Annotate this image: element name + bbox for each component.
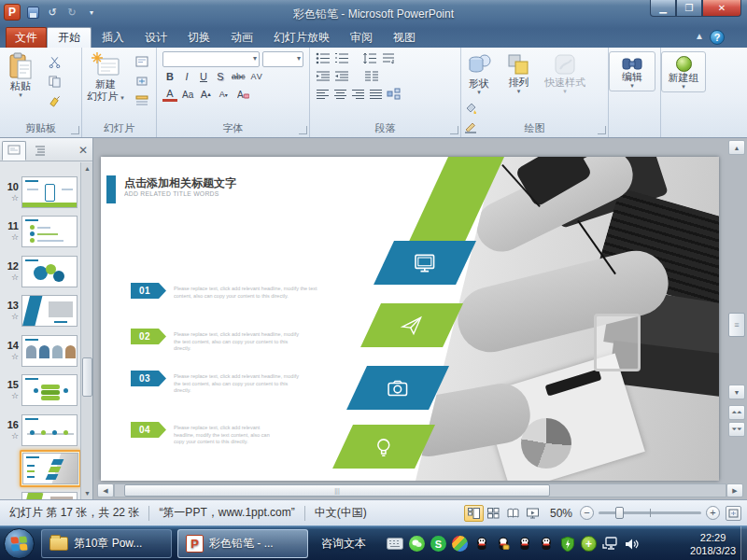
- slideshow-view-button[interactable]: [523, 505, 543, 522]
- zoom-level[interactable]: 50%: [543, 507, 580, 520]
- paste-dropdown-icon[interactable]: ▾: [19, 92, 22, 98]
- text-direction-icon[interactable]: [381, 52, 396, 64]
- new-slide-button[interactable]: 新建 幻灯片 ▾: [82, 49, 129, 103]
- shrink-font-button[interactable]: A▾: [216, 87, 231, 102]
- slide-thumbnail-11[interactable]: 11☆: [0, 214, 80, 249]
- accelerator-ball-icon[interactable]: +: [581, 536, 597, 552]
- tab-view[interactable]: 视图: [383, 27, 426, 48]
- taskbar-powerpoint-window[interactable]: P 彩色铅笔 - ...: [177, 529, 308, 558]
- justify-icon[interactable]: [369, 89, 383, 100]
- grow-font-button[interactable]: A▴: [198, 87, 213, 102]
- network-icon[interactable]: [602, 537, 619, 551]
- horizontal-scrollbar[interactable]: ◀ ▶: [97, 483, 743, 497]
- thumbnail-scrollbar[interactable]: ▲ ▼: [80, 162, 92, 499]
- tab-review[interactable]: 审阅: [340, 27, 383, 48]
- antivirus-shield-icon[interactable]: [559, 536, 575, 552]
- align-center-icon[interactable]: [333, 89, 347, 100]
- section-button[interactable]: [133, 92, 151, 109]
- theme-name[interactable]: “第一PPT，www.1ppt.com”: [149, 505, 303, 521]
- tab-design[interactable]: 设计: [134, 27, 177, 48]
- qq-icon-3[interactable]: [516, 536, 532, 552]
- vertical-scroll-thumb[interactable]: [728, 313, 745, 337]
- item-number-03[interactable]: 03: [131, 371, 166, 386]
- scroll-down-icon[interactable]: ▼: [728, 385, 745, 399]
- paste-button[interactable]: 粘贴 ▾: [0, 49, 41, 98]
- start-button[interactable]: [4, 528, 35, 559]
- numbering-icon[interactable]: [334, 52, 349, 64]
- horizontal-scroll-thumb[interactable]: [124, 484, 550, 497]
- editing-button[interactable]: 编辑 ▾: [609, 51, 655, 91]
- taskbar-toolbar-label[interactable]: 咨询文本: [314, 529, 374, 558]
- volume-icon[interactable]: [625, 538, 639, 551]
- collapse-ribbon-icon[interactable]: ▲: [695, 31, 704, 41]
- help-icon[interactable]: ?: [710, 30, 725, 45]
- minimize-button[interactable]: ▁: [650, 0, 676, 17]
- wechat-icon[interactable]: [409, 536, 425, 552]
- italic-button[interactable]: I: [179, 69, 194, 84]
- previous-slide-button[interactable]: ⏶⏶: [728, 405, 745, 420]
- clipboard-dialog-launcher-icon[interactable]: [71, 126, 79, 134]
- zoom-slider[interactable]: [599, 511, 701, 514]
- font-dialog-launcher-icon[interactable]: [299, 126, 307, 134]
- monitor-shape[interactable]: [374, 241, 476, 285]
- slide-subtitle[interactable]: ADD RELATED TITLE WORDS: [124, 190, 315, 197]
- taskbar-clock[interactable]: 22:29 2018/3/23: [690, 531, 736, 557]
- new-group-button[interactable]: 新建组 ▾: [661, 51, 706, 92]
- line-spacing-icon[interactable]: [362, 52, 377, 64]
- layout-button[interactable]: [133, 53, 151, 70]
- normal-view-button[interactable]: [464, 505, 484, 522]
- camera-shape[interactable]: [346, 366, 449, 410]
- arrange-button[interactable]: 排列 ▾: [500, 49, 536, 94]
- quick-styles-button[interactable]: 快速样式 ▾: [541, 49, 589, 94]
- font-name-combo[interactable]: [162, 51, 260, 67]
- drawing-dialog-launcher-icon[interactable]: [598, 126, 606, 134]
- slide-thumbnail-17-selected[interactable]: [20, 450, 81, 487]
- slide-thumbnail-16[interactable]: 16☆: [0, 413, 80, 448]
- shapes-button[interactable]: 形状 ▾: [461, 49, 497, 95]
- font-size-combo[interactable]: [262, 51, 303, 67]
- slide-thumbnail-14[interactable]: 14☆: [0, 333, 80, 369]
- item-number-04[interactable]: 04: [131, 422, 166, 438]
- bullets-icon[interactable]: [316, 52, 331, 64]
- zoom-in-button[interactable]: +: [706, 506, 720, 520]
- cut-button[interactable]: [45, 53, 63, 70]
- tab-slides-thumbnails[interactable]: [2, 141, 26, 161]
- taskbar-folder-window[interactable]: 第10章 Pow...: [41, 529, 172, 558]
- item-number-01[interactable]: 01: [131, 283, 166, 299]
- underline-button[interactable]: U: [196, 69, 211, 84]
- close-button[interactable]: ✕: [702, 0, 741, 17]
- format-painter-button[interactable]: [45, 92, 63, 109]
- tab-animations[interactable]: 动画: [220, 27, 263, 48]
- item-text-03[interactable]: Please replace text, click add relevant …: [174, 372, 303, 395]
- decrease-indent-icon[interactable]: [316, 70, 331, 82]
- close-panel-icon[interactable]: ✕: [78, 144, 91, 157]
- scroll-up-icon[interactable]: ▲: [81, 162, 93, 175]
- lightbulb-shape[interactable]: [332, 425, 435, 469]
- reading-view-button[interactable]: [503, 505, 523, 522]
- slide-thumbnail-13[interactable]: 13☆: [0, 293, 80, 329]
- item-text-02[interactable]: Please replace text, click add relevant …: [174, 330, 303, 353]
- item-number-02[interactable]: 02: [131, 329, 166, 344]
- copy-button[interactable]: [45, 73, 63, 90]
- item-text-04[interactable]: Please replace text, click add relevant …: [174, 424, 282, 446]
- fit-to-window-button[interactable]: [726, 506, 741, 521]
- tab-transitions[interactable]: 切换: [177, 27, 220, 48]
- tab-insert[interactable]: 插入: [92, 27, 134, 48]
- char-spacing-button[interactable]: AV: [249, 69, 265, 84]
- paper-plane-shape[interactable]: [360, 303, 463, 347]
- tab-slideshow[interactable]: 幻灯片放映: [263, 27, 340, 48]
- next-slide-button[interactable]: ⏷⏷: [728, 422, 745, 437]
- columns-icon[interactable]: [364, 70, 379, 82]
- slide-thumbnail-15[interactable]: 15☆: [0, 372, 80, 408]
- scroll-right-icon[interactable]: ▶: [726, 483, 743, 497]
- qq-icon-1[interactable]: [473, 536, 489, 552]
- paragraph-dialog-launcher-icon[interactable]: [450, 126, 458, 134]
- zoom-slider-thumb[interactable]: [615, 507, 624, 519]
- zoom-out-button[interactable]: −: [580, 506, 594, 520]
- sogou-input-icon[interactable]: [452, 536, 468, 552]
- scroll-left-icon[interactable]: ◀: [97, 483, 114, 497]
- slide-title[interactable]: 点击添加相关标题文字: [124, 175, 236, 191]
- shape-fill-button[interactable]: [461, 99, 480, 116]
- restore-button[interactable]: ❐: [676, 0, 702, 17]
- align-left-icon[interactable]: [316, 89, 330, 100]
